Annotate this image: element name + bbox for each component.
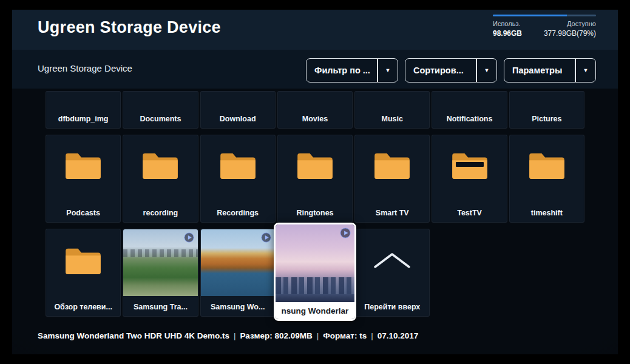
folder-icon [373,151,411,180]
folder-icon [64,246,102,275]
play-icon [261,232,271,243]
folder-tile[interactable]: Music [354,91,430,129]
folder-tile[interactable]: Обзор телеви... [46,229,121,317]
grid-row-2: Podcasts recording Recordings Ringtones … [46,135,584,223]
play-icon [340,228,351,238]
status-date: 07.10.2017 [378,331,419,340]
video-thumbnail [123,229,197,296]
folder-tile[interactable]: Download [200,91,276,129]
folder-tile[interactable]: recording [123,135,198,223]
folder-icon [141,151,179,180]
storage-available-label: Доступно [567,20,596,27]
folder-tile[interactable]: TestTV [432,135,507,223]
folder-icon [528,151,566,180]
video-tile[interactable]: Samsung Wo... [200,229,276,317]
sort-dropdown-label: Сортиров... [405,66,476,75]
status-size: Размер: 802.09MB [240,331,313,340]
breadcrumb: Ugreen Storage Device [38,63,132,73]
folder-tile[interactable]: Recordings [200,135,276,223]
storage-used-value: 98.96GB [493,29,522,38]
video-thumbnail [201,229,275,296]
storage-usage-bar [493,15,596,16]
statusbar: Samsung Wonderland Two HDR UHD 4K Demo.t… [38,331,418,340]
sort-dropdown[interactable]: Сортиров... ▼ [405,58,497,83]
grid-row-3: Обзор телеви... Samsung Tra... Samsung W… [46,229,584,317]
chevron-down-icon: ▼ [477,67,496,73]
folder-tile[interactable]: dfbdump_img [46,91,121,129]
screen: Ugreen Storage Device Использ. Доступно … [12,10,618,354]
folder-tile[interactable]: timeshift [509,135,584,223]
video-tile-selected[interactable]: nsung Wonderlar [277,229,353,317]
folder-tile[interactable]: Movies [277,91,353,129]
play-icon [184,232,194,243]
folder-icon [64,151,102,180]
status-separator: | [317,331,319,340]
params-dropdown[interactable]: Параметры ▼ [504,58,596,83]
status-separator: | [234,331,236,340]
selected-tile-frame: nsung Wonderlar [274,223,356,321]
folder-tile[interactable]: Ringtones [277,135,353,223]
filter-dropdown[interactable]: Фильтр по ... ▼ [306,58,398,83]
storage-available-value: 377.98GB(79%) [544,29,596,38]
chevron-down-icon: ▼ [378,67,398,73]
status-format: Формат: ts [323,331,367,340]
status-separator: | [371,331,373,340]
params-dropdown-label: Параметры [504,66,575,75]
video-tile[interactable]: Samsung Tra... [123,229,198,317]
folder-tile[interactable]: Smart TV [354,135,430,223]
folder-tile[interactable]: Pictures [509,91,584,129]
status-filename: Samsung Wonderland Two HDR UHD 4K Demo.t… [38,331,229,340]
folder-icon [219,151,257,180]
grid-row-1: dfbdump_img Documents Download Movies Mu… [46,91,584,129]
storage-used-label: Использ. [493,20,521,27]
folder-stripe [456,162,484,167]
chevron-up-icon [373,252,412,268]
folder-icon [296,151,334,180]
filter-dropdown-label: Фильтр по ... [307,66,377,75]
folder-tile[interactable]: Documents [123,91,198,129]
header: Ugreen Storage Device Использ. Доступно … [12,10,618,50]
toolbar-buttons: Фильтр по ... ▼ Сортиров... ▼ Параметры … [306,58,596,83]
selected-tile-label: nsung Wonderlar [276,302,354,319]
chevron-down-icon: ▼ [576,67,595,73]
folder-tile[interactable]: Podcasts [46,135,121,223]
folder-tile[interactable]: Notifications [432,91,507,129]
storage-usage-bar-fill [493,15,567,16]
page-title: Ugreen Storage Device [38,18,221,37]
video-thumbnail [276,224,354,302]
go-up-tile[interactable]: Перейти вверх [354,229,430,317]
storage-summary: Использ. Доступно 98.96GB 377.98GB(79%) [493,15,596,38]
